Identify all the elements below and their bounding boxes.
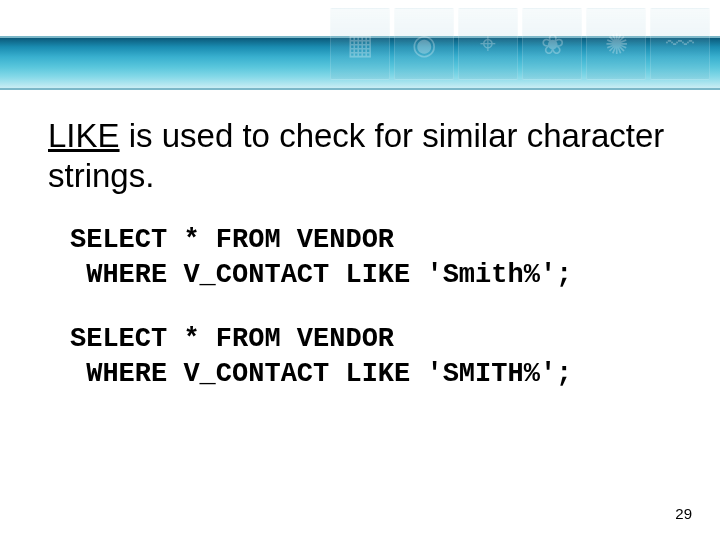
- sql-code-2: SELECT * FROM VENDOR WHERE V_CONTACT LIK…: [70, 322, 672, 391]
- compass-icon: ⌖: [458, 8, 518, 80]
- slide-heading: LIKE is used to check for similar charac…: [48, 116, 672, 195]
- solar-panel-icon: ▦: [330, 8, 390, 80]
- satellite-icon: ✺: [586, 8, 646, 80]
- slide-content: LIKE is used to check for similar charac…: [0, 86, 720, 391]
- banner-gradient: ▦ ◉ ⌖ ❀ ✺ 〰: [0, 36, 720, 90]
- banner-icon-row: ▦ ◉ ⌖ ❀ ✺ 〰: [330, 8, 710, 80]
- sql-code-1: SELECT * FROM VENDOR WHERE V_CONTACT LIK…: [70, 223, 672, 292]
- wave-icon: 〰: [650, 8, 710, 80]
- slide-banner: ▦ ◉ ⌖ ❀ ✺ 〰: [0, 0, 720, 86]
- heading-rest: is used to check for similar character s…: [48, 117, 664, 194]
- page-number: 29: [675, 505, 692, 522]
- heading-keyword: LIKE: [48, 117, 120, 154]
- globe-icon: ◉: [394, 8, 454, 80]
- flower-icon: ❀: [522, 8, 582, 80]
